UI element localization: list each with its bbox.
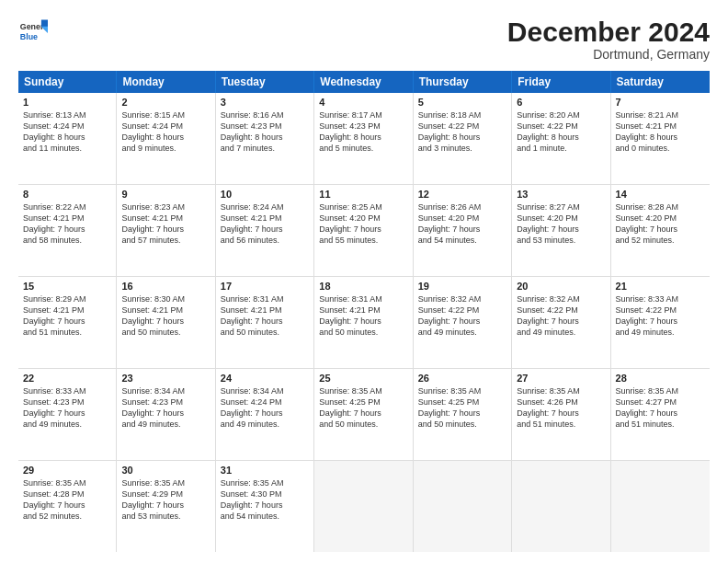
cell-dec-21: 21 Sunrise: 8:33 AM Sunset: 4:22 PM Dayl… <box>611 277 710 368</box>
logo: General Blue <box>18 17 48 46</box>
cell-dec-12: 12 Sunrise: 8:26 AM Sunset: 4:20 PM Dayl… <box>414 185 512 276</box>
cell-dec-3: 3 Sunrise: 8:16 AM Sunset: 4:23 PM Dayli… <box>216 93 314 184</box>
cell-dec-4: 4 Sunrise: 8:17 AM Sunset: 4:23 PM Dayli… <box>314 93 413 184</box>
main-title: December 2024 <box>507 17 710 47</box>
cell-dec-29: 29 Sunrise: 8:35 AM Sunset: 4:28 PM Dayl… <box>18 461 117 552</box>
week-row-4: 22 Sunrise: 8:33 AM Sunset: 4:23 PM Dayl… <box>18 369 710 461</box>
header-monday: Monday <box>117 71 215 93</box>
logo-icon: General Blue <box>18 17 48 46</box>
cell-dec-6: 6 Sunrise: 8:20 AM Sunset: 4:22 PM Dayli… <box>512 93 610 184</box>
cell-dec-24: 24 Sunrise: 8:34 AM Sunset: 4:24 PM Dayl… <box>216 369 314 460</box>
cell-dec-18: 18 Sunrise: 8:31 AM Sunset: 4:21 PM Dayl… <box>314 277 413 368</box>
calendar-page: General Blue December 2024 Dortmund, Ger… <box>0 0 728 563</box>
cell-dec-23: 23 Sunrise: 8:34 AM Sunset: 4:23 PM Dayl… <box>117 369 215 460</box>
week-row-1: 1 Sunrise: 8:13 AM Sunset: 4:24 PM Dayli… <box>18 93 710 185</box>
svg-text:Blue: Blue <box>20 32 38 41</box>
cell-empty-1 <box>314 461 413 552</box>
header-tuesday: Tuesday <box>216 71 314 93</box>
calendar-header: Sunday Monday Tuesday Wednesday Thursday… <box>18 71 710 93</box>
cell-dec-17: 17 Sunrise: 8:31 AM Sunset: 4:21 PM Dayl… <box>216 277 314 368</box>
cell-dec-2: 2 Sunrise: 8:15 AM Sunset: 4:24 PM Dayli… <box>117 93 215 184</box>
cell-dec-14: 14 Sunrise: 8:28 AM Sunset: 4:20 PM Dayl… <box>611 185 710 276</box>
cell-dec-9: 9 Sunrise: 8:23 AM Sunset: 4:21 PM Dayli… <box>117 185 215 276</box>
calendar-body: 1 Sunrise: 8:13 AM Sunset: 4:24 PM Dayli… <box>18 93 710 552</box>
header-wednesday: Wednesday <box>314 71 413 93</box>
cell-dec-16: 16 Sunrise: 8:30 AM Sunset: 4:21 PM Dayl… <box>117 277 215 368</box>
cell-dec-15: 15 Sunrise: 8:29 AM Sunset: 4:21 PM Dayl… <box>18 277 117 368</box>
cell-dec-31: 31 Sunrise: 8:35 AM Sunset: 4:30 PM Dayl… <box>216 461 314 552</box>
cell-dec-10: 10 Sunrise: 8:24 AM Sunset: 4:21 PM Dayl… <box>216 185 314 276</box>
cell-empty-4 <box>611 461 710 552</box>
header-friday: Friday <box>512 71 610 93</box>
calendar: Sunday Monday Tuesday Wednesday Thursday… <box>18 71 710 552</box>
week-row-3: 15 Sunrise: 8:29 AM Sunset: 4:21 PM Dayl… <box>18 277 710 369</box>
cell-dec-11: 11 Sunrise: 8:25 AM Sunset: 4:20 PM Dayl… <box>314 185 413 276</box>
cell-dec-30: 30 Sunrise: 8:35 AM Sunset: 4:29 PM Dayl… <box>117 461 215 552</box>
cell-dec-20: 20 Sunrise: 8:32 AM Sunset: 4:22 PM Dayl… <box>512 277 610 368</box>
cell-dec-7: 7 Sunrise: 8:21 AM Sunset: 4:21 PM Dayli… <box>611 93 710 184</box>
page-header: General Blue December 2024 Dortmund, Ger… <box>18 17 710 62</box>
title-block: December 2024 Dortmund, Germany <box>507 17 710 62</box>
header-thursday: Thursday <box>414 71 512 93</box>
week-row-5: 29 Sunrise: 8:35 AM Sunset: 4:28 PM Dayl… <box>18 461 710 552</box>
week-row-2: 8 Sunrise: 8:22 AM Sunset: 4:21 PM Dayli… <box>18 185 710 277</box>
cell-dec-28: 28 Sunrise: 8:35 AM Sunset: 4:27 PM Dayl… <box>611 369 710 460</box>
cell-dec-13: 13 Sunrise: 8:27 AM Sunset: 4:20 PM Dayl… <box>512 185 610 276</box>
cell-dec-22: 22 Sunrise: 8:33 AM Sunset: 4:23 PM Dayl… <box>18 369 117 460</box>
cell-dec-26: 26 Sunrise: 8:35 AM Sunset: 4:25 PM Dayl… <box>414 369 512 460</box>
cell-dec-19: 19 Sunrise: 8:32 AM Sunset: 4:22 PM Dayl… <box>414 277 512 368</box>
cell-dec-27: 27 Sunrise: 8:35 AM Sunset: 4:26 PM Dayl… <box>512 369 610 460</box>
cell-dec-5: 5 Sunrise: 8:18 AM Sunset: 4:22 PM Dayli… <box>414 93 512 184</box>
subtitle: Dortmund, Germany <box>507 47 710 62</box>
cell-dec-25: 25 Sunrise: 8:35 AM Sunset: 4:25 PM Dayl… <box>314 369 413 460</box>
cell-dec-8: 8 Sunrise: 8:22 AM Sunset: 4:21 PM Dayli… <box>18 185 117 276</box>
header-sunday: Sunday <box>18 71 117 93</box>
header-saturday: Saturday <box>611 71 710 93</box>
cell-dec-1: 1 Sunrise: 8:13 AM Sunset: 4:24 PM Dayli… <box>18 93 117 184</box>
cell-empty-3 <box>512 461 610 552</box>
cell-empty-2 <box>414 461 512 552</box>
